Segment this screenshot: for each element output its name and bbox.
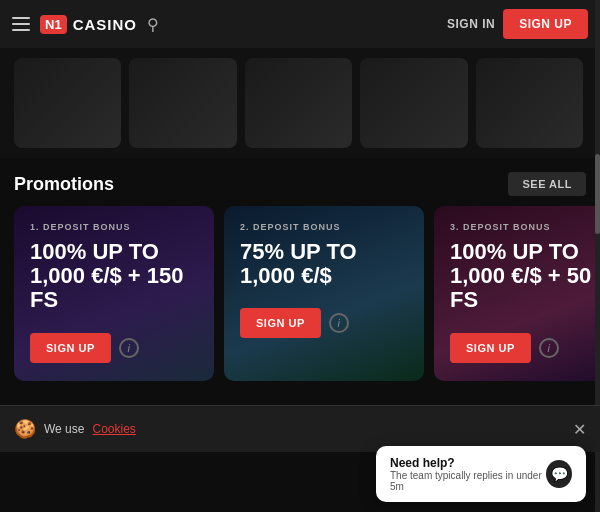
game-thumb-2[interactable] [129,58,236,148]
promotions-title: Promotions [14,174,114,195]
logo-container: N1 CASINO [40,15,137,34]
signup-button[interactable]: SIGN UP [503,9,588,39]
promo-amount-3: 100% UP TO 1,000 €/$ + 50 FS [450,240,600,313]
logo-n1: N1 [40,15,67,34]
game-thumb-1[interactable] [14,58,121,148]
menu-icon[interactable] [12,17,30,31]
see-all-button[interactable]: SEE ALL [508,172,586,196]
game-thumb-3[interactable] [245,58,352,148]
promo-card-1: 1. DEPOSIT BONUS 100% UP TO 1,000 €/$ + … [14,206,214,381]
cookie-banner: 🍪 We use Cookies ✕ [0,405,600,452]
promo-amount-1: 100% UP TO 1,000 €/$ + 150 FS [30,240,198,313]
promo-signup-button-3[interactable]: SIGN UP [450,333,531,363]
info-icon-1[interactable]: i [119,338,139,358]
search-icon[interactable]: ⚲ [147,15,159,34]
promo-signup-button-2[interactable]: SIGN UP [240,308,321,338]
promo-deposit-label-1: 1. DEPOSIT BONUS [30,222,198,232]
promo-card-3: 3. DEPOSIT BONUS 100% UP TO 1,000 €/$ + … [434,206,600,381]
promo-deposit-label-3: 3. DEPOSIT BONUS [450,222,600,232]
promotions-row: 1. DEPOSIT BONUS 100% UP TO 1,000 €/$ + … [0,206,600,381]
chat-text-block: Need help? The team typically replies in… [390,456,546,492]
promo-bottom-3: SIGN UP i [450,333,600,363]
thumbnails-row [0,48,600,158]
chat-need-help: Need help? [390,456,546,470]
promo-card-2: 2. DEPOSIT BONUS 75% UP TO 1,000 €/$ SIG… [224,206,424,381]
chat-subtext: The team typically replies in under 5m [390,470,546,492]
promotions-header: Promotions SEE ALL [0,158,600,206]
cookie-link[interactable]: Cookies [92,422,135,436]
promo-bottom-1: SIGN UP i [30,333,198,363]
header: N1 CASINO ⚲ SIGN IN SIGN UP [0,0,600,48]
signin-button[interactable]: SIGN IN [447,17,495,31]
info-icon-3[interactable]: i [539,338,559,358]
scrollbar-thumb[interactable] [595,154,600,234]
chat-widget[interactable]: Need help? The team typically replies in… [376,446,586,502]
header-right: SIGN IN SIGN UP [447,9,588,39]
promo-signup-button-1[interactable]: SIGN UP [30,333,111,363]
chat-bubble-icon[interactable]: 💬 [546,460,572,488]
cookie-icon: 🍪 [14,418,36,440]
cookie-left: 🍪 We use Cookies [14,418,136,440]
header-left: N1 CASINO ⚲ [12,15,159,34]
game-thumb-5[interactable] [476,58,583,148]
promo-amount-2: 75% UP TO 1,000 €/$ [240,240,408,288]
info-icon-2[interactable]: i [329,313,349,333]
cookie-close-button[interactable]: ✕ [573,420,586,439]
cookie-text: We use [44,422,84,436]
logo-casino: CASINO [73,16,137,33]
promo-deposit-label-2: 2. DEPOSIT BONUS [240,222,408,232]
game-thumb-4[interactable] [360,58,467,148]
promo-bottom-2: SIGN UP i [240,308,408,338]
